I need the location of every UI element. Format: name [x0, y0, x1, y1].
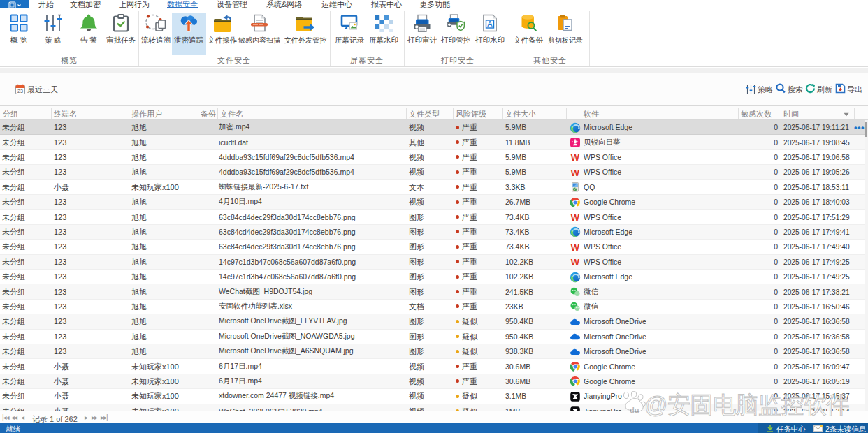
- svg-text:W: W: [571, 212, 580, 223]
- svg-text:W: W: [571, 167, 580, 177]
- svg-text:W: W: [571, 152, 580, 163]
- svg-text:23: 23: [17, 89, 23, 94]
- svg-text:A: A: [487, 20, 493, 28]
- svg-text:W: W: [571, 257, 580, 267]
- svg-text:W: W: [571, 242, 580, 252]
